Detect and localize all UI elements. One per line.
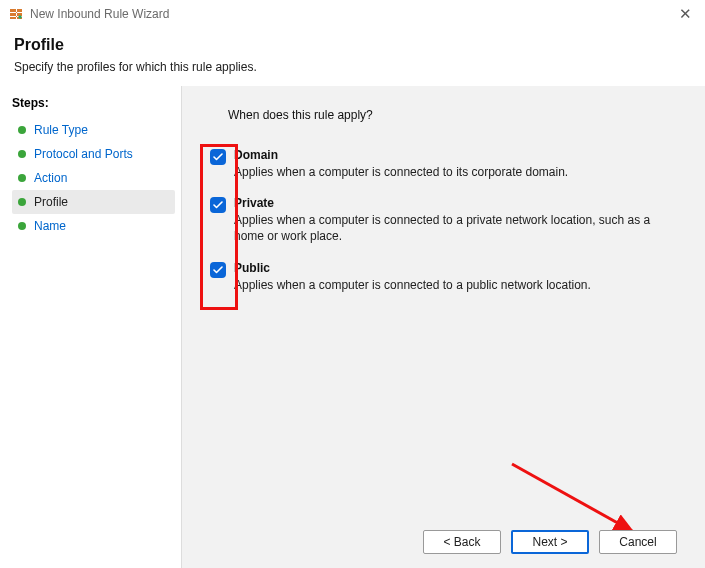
step-protocol-ports[interactable]: Protocol and Ports xyxy=(12,142,175,166)
option-label: Domain xyxy=(234,148,677,162)
window-title: New Inbound Rule Wizard xyxy=(30,7,673,21)
option-public: Public Applies when a computer is connec… xyxy=(210,261,677,293)
step-profile[interactable]: Profile xyxy=(12,190,175,214)
checkbox-domain[interactable] xyxy=(210,149,226,165)
step-label: Rule Type xyxy=(34,123,88,137)
option-private: Private Applies when a computer is conne… xyxy=(210,196,677,244)
titlebar: New Inbound Rule Wizard ✕ xyxy=(0,0,705,28)
bullet-icon xyxy=(18,150,26,158)
close-icon[interactable]: ✕ xyxy=(673,5,697,23)
step-rule-type[interactable]: Rule Type xyxy=(12,118,175,142)
bullet-icon xyxy=(18,174,26,182)
next-button[interactable]: Next > xyxy=(511,530,589,554)
step-label: Name xyxy=(34,219,66,233)
bullet-icon xyxy=(18,126,26,134)
wizard-footer: < Back Next > Cancel xyxy=(423,530,677,554)
checkbox-private[interactable] xyxy=(210,197,226,213)
checkbox-public[interactable] xyxy=(210,262,226,278)
content-question: When does this rule apply? xyxy=(228,108,677,122)
check-icon xyxy=(213,152,223,162)
steps-title: Steps: xyxy=(12,96,175,110)
option-desc: Applies when a computer is connected to … xyxy=(234,212,677,244)
wizard-content: When does this rule apply? Domain Applie… xyxy=(182,86,705,568)
firewall-icon xyxy=(8,6,24,22)
step-label: Profile xyxy=(34,195,68,209)
step-name[interactable]: Name xyxy=(12,214,175,238)
bullet-icon xyxy=(18,222,26,230)
page-subtitle: Specify the profiles for which this rule… xyxy=(14,60,691,74)
step-action[interactable]: Action xyxy=(12,166,175,190)
option-label: Private xyxy=(234,196,677,210)
wizard-header: Profile Specify the profiles for which t… xyxy=(0,28,705,86)
cancel-button[interactable]: Cancel xyxy=(599,530,677,554)
step-label: Action xyxy=(34,171,67,185)
svg-line-0 xyxy=(512,464,632,531)
step-label: Protocol and Ports xyxy=(34,147,133,161)
option-desc: Applies when a computer is connected to … xyxy=(234,164,677,180)
option-label: Public xyxy=(234,261,677,275)
option-text: Domain Applies when a computer is connec… xyxy=(234,148,677,180)
option-domain: Domain Applies when a computer is connec… xyxy=(210,148,677,180)
check-icon xyxy=(213,200,223,210)
option-text: Private Applies when a computer is conne… xyxy=(234,196,677,244)
steps-sidebar: Steps: Rule Type Protocol and Ports Acti… xyxy=(0,86,182,568)
wizard-body: Steps: Rule Type Protocol and Ports Acti… xyxy=(0,86,705,568)
check-icon xyxy=(213,265,223,275)
page-title: Profile xyxy=(14,36,691,54)
bullet-icon xyxy=(18,198,26,206)
option-text: Public Applies when a computer is connec… xyxy=(234,261,677,293)
back-button[interactable]: < Back xyxy=(423,530,501,554)
option-desc: Applies when a computer is connected to … xyxy=(234,277,677,293)
